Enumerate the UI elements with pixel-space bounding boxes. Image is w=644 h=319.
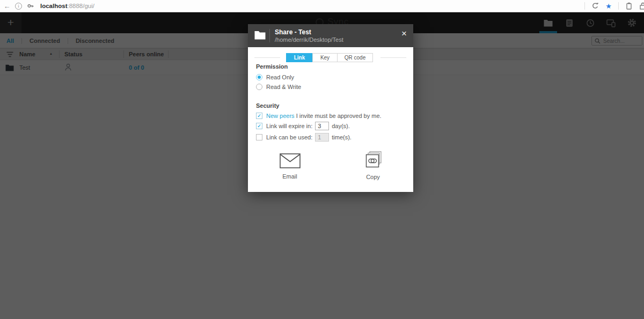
share-dialog: Share - Test /home/derrik/Desktop/Test ×…: [248, 24, 413, 192]
key-icon: [27, 3, 34, 9]
copy-button[interactable]: Copy: [353, 151, 393, 180]
refresh-icon[interactable]: [591, 2, 599, 10]
info-icon[interactable]: i: [15, 3, 22, 10]
radio-read-write[interactable]: Read & Write: [256, 83, 301, 91]
tab-flank-line: [380, 57, 406, 58]
email-button[interactable]: Email: [269, 153, 310, 180]
share-method-tabs: Link Key QR code: [287, 53, 373, 62]
expire-checkbox-row[interactable]: ✓ Link will expire in: day(s).: [256, 122, 350, 130]
radio-read-only[interactable]: Read Only: [256, 73, 294, 81]
approval-label-rest: I invite must be approved by me.: [295, 113, 382, 119]
tab-qr-code[interactable]: QR code: [337, 53, 373, 62]
lock-icon[interactable]: [639, 2, 644, 10]
folder-icon: [254, 31, 266, 40]
share-dialog-body: Link Key QR code Permission Read Only Re…: [248, 47, 413, 192]
usage-suffix: time(s).: [332, 134, 352, 140]
permission-section-label: Permission: [256, 63, 288, 70]
copy-button-label: Copy: [353, 174, 393, 180]
clipboard-icon[interactable]: [625, 2, 633, 10]
dialog-folder-path: /home/derrik/Desktop/Test: [275, 36, 343, 43]
approval-checkbox-row[interactable]: ✓ New peers I invite must be approved by…: [256, 112, 382, 120]
expire-days-input[interactable]: [315, 122, 329, 130]
radio-read-only-label: Read Only: [266, 74, 294, 80]
usage-label: Link can be used:: [266, 134, 312, 140]
checkbox-unchecked-icon[interactable]: [256, 134, 262, 140]
tab-flank-line: [254, 57, 280, 58]
security-section-label: Security: [256, 102, 279, 109]
email-envelope-icon: [280, 153, 301, 168]
radio-selected-icon[interactable]: [256, 74, 262, 80]
usage-checkbox-row[interactable]: Link can be used: time(s).: [256, 133, 352, 141]
radio-read-write-label: Read & Write: [266, 84, 301, 90]
checkbox-checked-icon[interactable]: ✓: [256, 123, 262, 129]
url-bar[interactable]: localhost:8888/gui/: [40, 3, 94, 9]
tab-link[interactable]: Link: [286, 53, 313, 62]
url-path: :8888/gui/: [67, 3, 94, 9]
url-host: localhost: [40, 3, 67, 9]
header-divider: [269, 29, 270, 42]
radio-unselected-icon[interactable]: [256, 84, 262, 90]
expire-label: Link will expire in:: [266, 123, 312, 129]
bookmark-star-icon[interactable]: ★: [605, 2, 612, 10]
share-dialog-header: Share - Test /home/derrik/Desktop/Test ×: [248, 24, 413, 47]
new-peers-link[interactable]: New peers: [266, 113, 295, 119]
copy-link-icon: [364, 151, 383, 169]
expire-suffix: day(s).: [332, 123, 350, 129]
approval-label: New peers I invite must be approved by m…: [266, 113, 382, 119]
chrome-divider: [584, 2, 585, 10]
usage-times-input: [315, 133, 329, 142]
chrome-divider: [618, 2, 619, 10]
checkbox-checked-icon[interactable]: ✓: [256, 113, 262, 119]
dialog-title: Share - Test: [275, 28, 311, 36]
browser-chrome: ← i localhost:8888/gui/ ★: [0, 0, 644, 12]
back-icon[interactable]: ←: [0, 2, 14, 10]
close-icon[interactable]: ×: [401, 29, 407, 38]
tab-key[interactable]: Key: [312, 53, 338, 62]
email-button-label: Email: [269, 173, 310, 180]
